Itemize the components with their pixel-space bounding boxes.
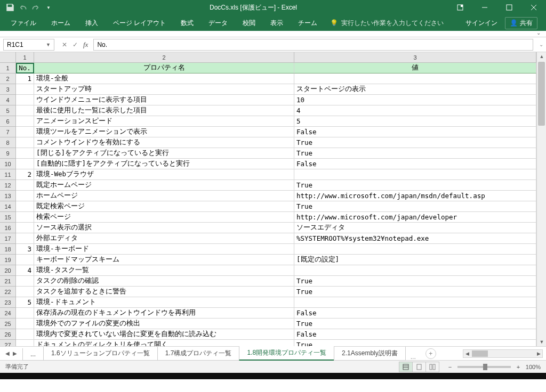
row-header[interactable]: 16: [0, 223, 16, 233]
cell[interactable]: アニメーションスピード: [34, 116, 294, 127]
cell[interactable]: True: [294, 276, 536, 287]
add-sheet-button[interactable]: +: [425, 348, 436, 359]
select-all-corner[interactable]: [0, 52, 16, 62]
cell[interactable]: 5: [16, 297, 34, 308]
cell[interactable]: 環境-ドキュメント: [34, 297, 294, 308]
row-header[interactable]: 23: [0, 297, 16, 308]
zoom-slider-thumb[interactable]: [483, 364, 487, 370]
scroll-right-icon[interactable]: ▶: [535, 350, 542, 357]
row-header[interactable]: 11: [0, 169, 16, 180]
row-header[interactable]: 12: [0, 180, 16, 191]
cell[interactable]: [16, 105, 34, 116]
cell[interactable]: [16, 223, 34, 233]
cell[interactable]: [294, 169, 536, 180]
redo-icon[interactable]: [31, 3, 41, 12]
cell[interactable]: コメントウインドウを有効にする: [34, 137, 294, 148]
cell[interactable]: True: [294, 287, 536, 297]
cell[interactable]: True: [294, 137, 536, 148]
cell[interactable]: http://www.microsoft.com/japan/msdn/defa…: [294, 191, 536, 201]
header-cell[interactable]: 値: [294, 63, 536, 74]
row-header[interactable]: 13: [0, 191, 16, 201]
spreadsheet-grid[interactable]: 1 2 3 1No.プロパティ名値21環境-全般3スタートアップ時スタートページ…: [0, 52, 536, 346]
sheet-tab[interactable]: 1.6ソリューションプロパティ一覧: [43, 347, 158, 361]
tab-home[interactable]: ホーム: [44, 15, 78, 31]
cancel-icon[interactable]: ✕: [62, 41, 67, 48]
cell[interactable]: [16, 255, 34, 265]
close-icon[interactable]: [521, 0, 546, 15]
cell[interactable]: [16, 180, 34, 191]
cell[interactable]: True: [294, 180, 536, 191]
cell[interactable]: [閉じる]をアクティブになっていると実行: [34, 148, 294, 159]
cell[interactable]: False: [294, 329, 536, 340]
row-header[interactable]: 7: [0, 127, 16, 137]
row-header[interactable]: 15: [0, 212, 16, 223]
col-header[interactable]: 3: [294, 52, 536, 62]
row-header[interactable]: 9: [0, 148, 16, 159]
cell[interactable]: True: [294, 340, 536, 346]
cell[interactable]: 2: [16, 169, 34, 180]
scroll-up-icon[interactable]: ▲: [537, 52, 546, 61]
cell[interactable]: [294, 244, 536, 255]
tab-formulas[interactable]: 数式: [173, 15, 201, 31]
cell[interactable]: %SYSTEMROOT%¥system32¥notepad.exe: [294, 233, 536, 244]
cell[interactable]: [16, 308, 34, 318]
cell[interactable]: [16, 191, 34, 201]
minimize-icon[interactable]: [472, 0, 497, 15]
row-header[interactable]: 10: [0, 159, 16, 169]
tab-view[interactable]: 表示: [263, 15, 291, 31]
cell[interactable]: True: [294, 201, 536, 212]
header-cell[interactable]: プロパティ名: [34, 63, 294, 74]
row-header[interactable]: 26: [0, 329, 16, 340]
row-header[interactable]: 20: [0, 265, 16, 276]
cell[interactable]: [16, 212, 34, 223]
cell[interactable]: 環境-Webブラウザ: [34, 169, 294, 180]
cell[interactable]: ソースエディタ: [294, 223, 536, 233]
cell[interactable]: 環境外でのファイルの変更の検出: [34, 318, 294, 329]
cell[interactable]: スタートページの表示: [294, 84, 536, 95]
cell[interactable]: 環境-全般: [34, 74, 294, 84]
chevron-down-icon[interactable]: ▼: [46, 42, 51, 47]
cell[interactable]: 環境-キーボード: [34, 244, 294, 255]
vertical-scrollbar[interactable]: ▲ ▼: [536, 52, 546, 346]
maximize-icon[interactable]: [497, 0, 521, 15]
scrollbar-thumb[interactable]: [538, 62, 545, 126]
cell[interactable]: 最後に使用した一覧に表示した項目: [34, 105, 294, 116]
cell[interactable]: [294, 265, 536, 276]
cell[interactable]: True: [294, 318, 536, 329]
cell[interactable]: [16, 116, 34, 127]
cell[interactable]: スタートアップ時: [34, 84, 294, 95]
row-header[interactable]: 14: [0, 201, 16, 212]
sheet-tab-active[interactable]: 1.8開発環境プロパティ一覧: [239, 346, 334, 361]
formula-input[interactable]: No.: [93, 39, 533, 51]
cell[interactable]: [294, 297, 536, 308]
row-header[interactable]: 22: [0, 287, 16, 297]
cell[interactable]: 環境-タスク一覧: [34, 265, 294, 276]
cell[interactable]: 外部エディタ: [34, 233, 294, 244]
row-header[interactable]: 5: [0, 105, 16, 116]
cell[interactable]: 既定ホームページ: [34, 180, 294, 191]
cell[interactable]: 検索ページ: [34, 212, 294, 223]
tab-data[interactable]: データ: [201, 15, 235, 31]
cell[interactable]: 環境ツールをアニメーションで表示: [34, 127, 294, 137]
row-header[interactable]: 27: [0, 340, 16, 346]
signin-link[interactable]: サインイン: [465, 19, 497, 28]
formula-expand-icon[interactable]: ⌄: [536, 42, 546, 47]
sheet-nav-prev-icon[interactable]: ◀: [4, 350, 11, 356]
cell[interactable]: False: [294, 159, 536, 169]
name-box[interactable]: R1C1 ▼: [3, 39, 54, 51]
col-header[interactable]: 2: [34, 52, 294, 62]
page-layout-view-icon[interactable]: [412, 362, 426, 372]
row-header[interactable]: 1: [0, 63, 16, 74]
cell[interactable]: ホームページ: [34, 191, 294, 201]
row-header[interactable]: 24: [0, 308, 16, 318]
row-header[interactable]: 6: [0, 116, 16, 127]
row-header[interactable]: 18: [0, 244, 16, 255]
qat-dropdown-icon[interactable]: ▼: [44, 3, 53, 12]
cell[interactable]: [16, 318, 34, 329]
row-header[interactable]: 2: [0, 74, 16, 84]
zoom-level[interactable]: 100%: [526, 364, 541, 370]
zoom-in-button[interactable]: +: [514, 364, 523, 370]
tab-insert[interactable]: 挿入: [78, 15, 106, 31]
cell[interactable]: [自動的に隠す]をアクティブになっていると実行: [34, 159, 294, 169]
row-header[interactable]: 19: [0, 255, 16, 265]
